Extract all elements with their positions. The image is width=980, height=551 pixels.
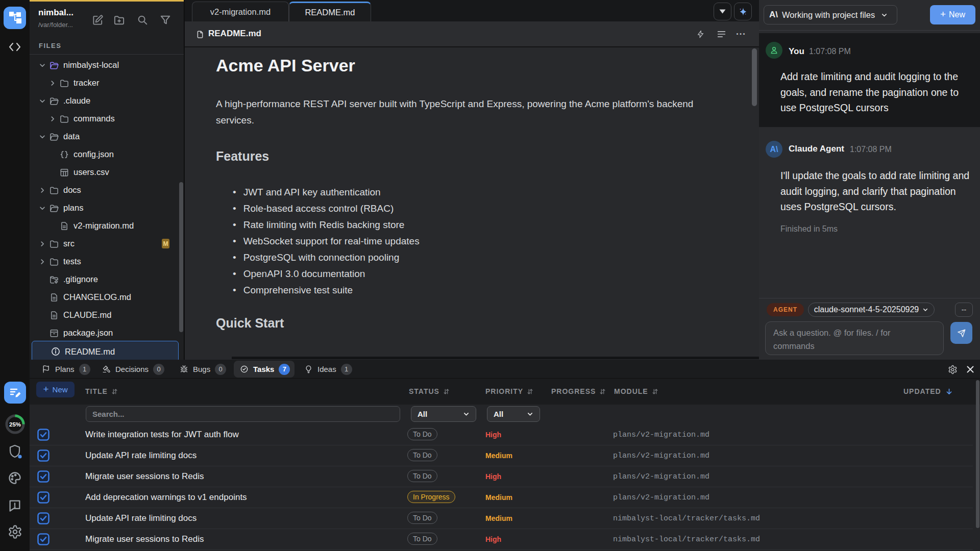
svg-text:25%: 25% — [9, 421, 21, 428]
